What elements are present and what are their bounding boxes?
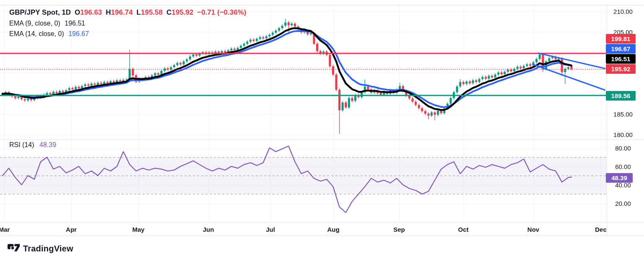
time-tick-label: Nov <box>527 226 539 233</box>
chart-legend: GBP/JPY Spot, 1D O196.63 H196.74 L195.58… <box>9 8 246 38</box>
symbol-row[interactable]: GBP/JPY Spot, 1D O196.63 H196.74 L195.58… <box>9 8 246 17</box>
rsi-tick-label: 80.00 <box>608 145 639 152</box>
tradingview-logo-text: TradingView <box>23 244 73 254</box>
price-tick-label: 185.00 <box>608 111 639 118</box>
price-badge: 195.92 <box>606 64 636 74</box>
ohlc-high: H196.74 <box>106 8 132 17</box>
rsi-legend-row[interactable]: RSI (14) 48.39 <box>9 141 56 149</box>
rsi-badge: 48.39 <box>606 173 633 183</box>
tradingview-logo-icon <box>8 243 20 254</box>
rsi-tick-label: 60.00 <box>608 163 639 170</box>
ohlc-close: C195.92 <box>166 8 193 17</box>
price-chart-canvas[interactable] <box>0 0 644 259</box>
price-tick-label: 180.00 <box>608 131 639 138</box>
price-badge: 196.67 <box>606 44 636 54</box>
rsi-tick-label: 20.00 <box>608 200 639 207</box>
tradingview-chart: GBP/JPY Spot, 1D O196.63 H196.74 L195.58… <box>0 0 644 259</box>
time-tick-label: Apr <box>66 226 77 233</box>
ema14-value: 196.67 <box>68 30 89 37</box>
time-tick-label: Sep <box>393 226 405 233</box>
time-tick-label: Mar <box>0 226 10 233</box>
time-tick-label: May <box>132 226 144 233</box>
ema9-value: 196.51 <box>65 20 85 27</box>
tradingview-logo[interactable]: TradingView <box>8 243 73 254</box>
symbol-title: GBP/JPY Spot, 1D <box>9 8 71 17</box>
ohlc-open: O196.63 <box>75 8 102 17</box>
time-tick-label: Jun <box>203 226 214 233</box>
rsi-label: RSI (14) <box>9 141 34 148</box>
ema14-legend-row[interactable]: EMA (14, close, 0) 196.67 <box>9 30 246 38</box>
price-badge: 189.56 <box>606 91 636 101</box>
time-tick-label: Jul <box>266 226 275 233</box>
ema14-label: EMA (14, close, 0) <box>9 30 64 37</box>
price-badge: 196.51 <box>606 54 636 64</box>
rsi-value: 48.39 <box>39 141 56 148</box>
time-tick-label: Aug <box>327 226 339 233</box>
ohlc-low: L195.58 <box>137 8 163 17</box>
price-change: −0.71 (−0.36%) <box>197 8 246 17</box>
price-badge: 199.81 <box>606 34 636 44</box>
time-tick-label: Oct <box>458 226 468 233</box>
time-tick-label: Dec <box>595 226 607 233</box>
ema9-legend-row[interactable]: EMA (9, close, 0) 196.51 <box>9 20 246 27</box>
price-tick-label: 210.00 <box>608 8 639 15</box>
ema9-label: EMA (9, close, 0) <box>9 20 60 27</box>
